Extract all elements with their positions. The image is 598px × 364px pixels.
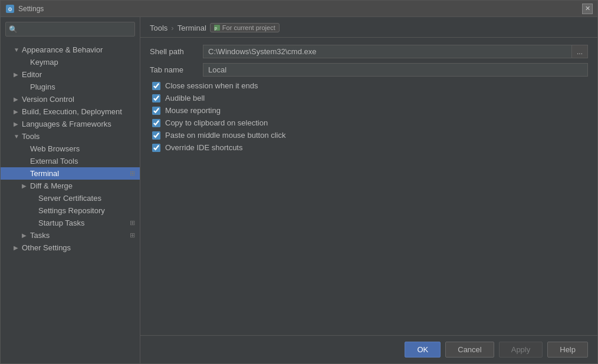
settings-window: ⚙ Settings ✕ 🔍 Appearance & Behavior Key… [0,0,598,364]
sidebar-item-keymap[interactable]: Keymap [1,56,140,68]
expand-icon-tools [14,133,22,140]
sidebar-item-languages[interactable]: Languages & Frameworks [1,118,140,130]
shell-path-field-group: ... [203,45,588,58]
paste-middle-label: Paste on middle mouse button click [165,131,286,140]
sidebar-item-label: Terminal [30,169,130,178]
panel-header: Tools › Terminal p For current project [140,17,597,38]
sidebar-item-startup-tasks[interactable]: Startup Tasks ⊞ [1,217,140,229]
sidebar-item-external-tools[interactable]: External Tools [1,155,140,167]
sidebar-item-label: Server Certificates [38,194,135,203]
sidebar-item-label: Version Control [22,95,135,104]
sidebar-item-version-control[interactable]: Version Control [1,93,140,105]
sidebar-item-label: Build, Execution, Deployment [22,107,135,116]
sidebar-item-label: External Tools [30,157,135,166]
shell-path-input[interactable] [203,45,571,58]
close-session-label: Close session when it ends [165,81,258,90]
breadcrumb-parent: Tools [150,24,167,32]
override-ide-checkbox[interactable] [152,144,160,152]
ok-button[interactable]: OK [405,342,441,358]
mouse-reporting-checkbox[interactable] [152,107,160,115]
sidebar: 🔍 Appearance & Behavior Keymap Editor [1,17,140,363]
sidebar-item-terminal[interactable]: Terminal ⊞ [1,167,140,180]
close-session-checkbox[interactable] [152,82,160,90]
sidebar-item-tasks[interactable]: Tasks ⊞ [1,229,140,241]
browse-button[interactable]: ... [571,45,588,58]
expand-icon-editor [14,71,22,78]
sidebar-item-plugins[interactable]: Plugins [1,81,140,93]
checkbox-override-ide: Override IDE shortcuts [150,143,588,152]
search-input[interactable] [5,22,135,37]
override-ide-label: Override IDE shortcuts [165,143,243,152]
sidebar-item-settings-repo[interactable]: Settings Repository [1,204,140,217]
tasks-badge: ⊞ [130,231,135,239]
sidebar-item-build[interactable]: Build, Execution, Deployment [1,105,140,118]
breadcrumb-current: Terminal [178,24,206,32]
sidebar-item-editor[interactable]: Editor [1,68,140,81]
svg-text:⚙: ⚙ [8,6,12,12]
shell-path-row: Shell path ... [150,45,588,58]
copy-clipboard-label: Copy to clipboard on selection [165,118,268,127]
startup-tasks-badge: ⊞ [130,219,135,227]
breadcrumb-separator: › [171,24,173,32]
expand-icon-os [14,244,22,251]
sidebar-item-label: Plugins [30,82,135,91]
project-badge[interactable]: p For current project [210,23,280,32]
sidebar-item-label: Diff & Merge [30,181,135,190]
project-icon: p [214,25,220,31]
title-bar: ⚙ Settings ✕ [1,1,597,17]
checkbox-copy-clipboard: Copy to clipboard on selection [150,118,588,127]
sidebar-item-label: Other Settings [22,243,135,252]
sidebar-item-label: Appearance & Behavior [22,45,135,54]
audible-bell-checkbox[interactable] [152,94,160,102]
sidebar-item-label: Tools [22,132,135,141]
checkbox-mouse-reporting: Mouse reporting [150,106,588,115]
search-box: 🔍 [5,22,135,37]
tab-name-row: Tab name [150,63,588,77]
audible-bell-label: Audible bell [165,94,205,102]
main-panel: Tools › Terminal p For current project S… [140,17,597,363]
svg-text:p: p [215,26,217,31]
sidebar-item-tools[interactable]: Tools [1,130,140,143]
paste-middle-checkbox[interactable] [152,131,160,140]
nav-tree: Appearance & Behavior Keymap Editor Plug… [1,41,140,363]
expand-icon-dm [22,183,30,189]
bottom-bar: OK Cancel Apply Help [140,335,597,363]
sidebar-item-web-browsers[interactable]: Web Browsers [1,143,140,155]
checkbox-close-session: Close session when it ends [150,81,588,90]
expand-icon-vc [14,96,22,102]
content-area: 🔍 Appearance & Behavior Keymap Editor [1,17,597,363]
sidebar-item-label: Editor [22,70,135,79]
copy-clipboard-checkbox[interactable] [152,119,160,127]
sidebar-item-label: Keymap [30,58,135,67]
project-label: For current project [222,24,275,31]
sidebar-item-label: Startup Tasks [38,219,130,227]
sidebar-item-label: Settings Repository [38,206,135,215]
expand-icon-tasks [22,232,30,239]
expand-icon-appearance [14,47,22,53]
app-icon: ⚙ [5,4,15,14]
checkbox-audible-bell: Audible bell [150,94,588,102]
shell-path-label: Shell path [150,47,203,56]
sidebar-item-server-certs[interactable]: Server Certificates [1,192,140,204]
expand-icon-lang [14,121,22,127]
panel-content: Shell path ... Tab name Close session wh… [140,38,597,335]
expand-icon-build [14,108,22,115]
sidebar-item-label: Tasks [30,231,130,240]
search-icon: 🔍 [9,25,18,34]
sidebar-item-appearance[interactable]: Appearance & Behavior [1,44,140,56]
checkbox-paste-middle: Paste on middle mouse button click [150,131,588,140]
sidebar-item-other-settings[interactable]: Other Settings [1,241,140,254]
sidebar-item-label: Web Browsers [30,144,135,153]
tab-name-label: Tab name [150,65,203,74]
tab-name-input[interactable] [203,63,588,77]
window-title: Settings [18,5,582,13]
apply-button[interactable]: Apply [499,342,543,358]
close-button[interactable]: ✕ [582,4,593,14]
sidebar-item-label: Languages & Frameworks [22,120,135,128]
mouse-reporting-label: Mouse reporting [165,106,221,115]
sidebar-item-diff-merge[interactable]: Diff & Merge [1,180,140,192]
help-button[interactable]: Help [547,342,588,358]
terminal-badge: ⊞ [130,170,135,177]
cancel-button[interactable]: Cancel [445,342,494,358]
